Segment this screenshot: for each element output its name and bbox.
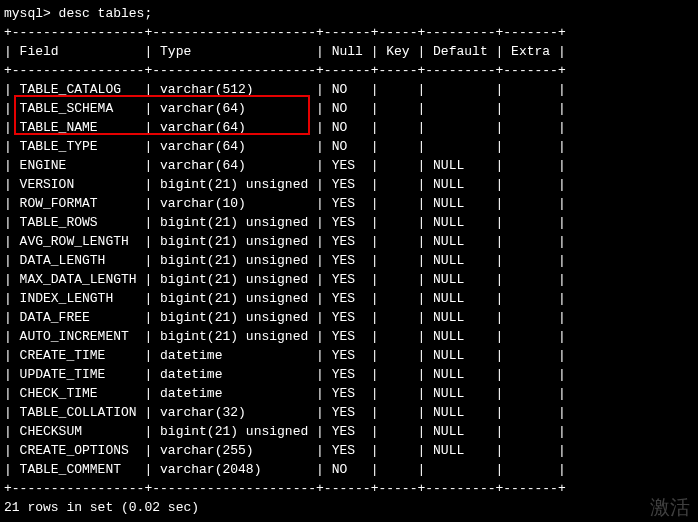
table-row: | TABLE_SCHEMA | varchar(64) | NO | | | … [4, 99, 698, 118]
table-row: | DATA_FREE | bigint(21) unsigned | YES … [4, 308, 698, 327]
table-row: | AVG_ROW_LENGTH | bigint(21) unsigned |… [4, 232, 698, 251]
rows-container: | TABLE_CATALOG | varchar(512) | NO | | … [4, 80, 698, 479]
table-bottom-border: +-----------------+---------------------… [4, 479, 698, 498]
table-row: | VERSION | bigint(21) unsigned | YES | … [4, 175, 698, 194]
table-header-sep: +-----------------+---------------------… [4, 61, 698, 80]
table-row: | CHECK_TIME | datetime | YES | | NULL |… [4, 384, 698, 403]
table-top-border: +-----------------+---------------------… [4, 23, 698, 42]
table-row: | TABLE_CATALOG | varchar(512) | NO | | … [4, 80, 698, 99]
table-row: | TABLE_COMMENT | varchar(2048) | NO | |… [4, 460, 698, 479]
table-row: | TABLE_ROWS | bigint(21) unsigned | YES… [4, 213, 698, 232]
table-row: | UPDATE_TIME | datetime | YES | | NULL … [4, 365, 698, 384]
table-row: | INDEX_LENGTH | bigint(21) unsigned | Y… [4, 289, 698, 308]
table-row: | TABLE_COLLATION | varchar(32) | YES | … [4, 403, 698, 422]
table-row: | MAX_DATA_LENGTH | bigint(21) unsigned … [4, 270, 698, 289]
table-row: | TABLE_TYPE | varchar(64) | NO | | | | [4, 137, 698, 156]
table-row: | ROW_FORMAT | varchar(10) | YES | | NUL… [4, 194, 698, 213]
table-row: | CREATE_OPTIONS | varchar(255) | YES | … [4, 441, 698, 460]
table-row: | AUTO_INCREMENT | bigint(21) unsigned |… [4, 327, 698, 346]
table-row: | CHECKSUM | bigint(21) unsigned | YES |… [4, 422, 698, 441]
table-row: | DATA_LENGTH | bigint(21) unsigned | YE… [4, 251, 698, 270]
table-row: | ENGINE | varchar(64) | YES | | NULL | … [4, 156, 698, 175]
result-footer: 21 rows in set (0.02 sec) [4, 498, 698, 517]
table-row: | CREATE_TIME | datetime | YES | | NULL … [4, 346, 698, 365]
table-row: | TABLE_NAME | varchar(64) | NO | | | | [4, 118, 698, 137]
mysql-prompt[interactable]: mysql> desc tables; [4, 4, 698, 23]
header-row: | Field | Type | Null | Key | Default | … [4, 42, 698, 61]
